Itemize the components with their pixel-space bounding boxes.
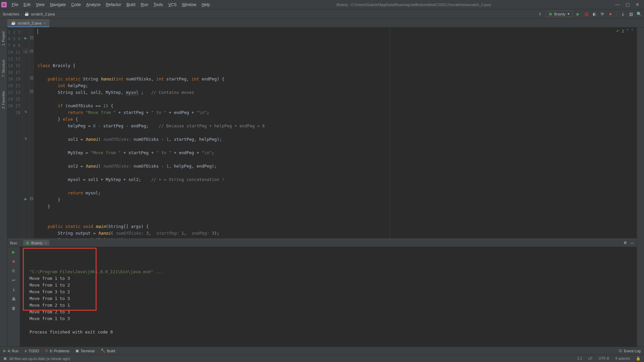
- menu-code[interactable]: Code: [69, 1, 83, 8]
- center-column: 1 2 3 4 5 6 7 8 9 10 11 12 13 14 15 16 1…: [7, 27, 637, 347]
- fold-toggle-icon[interactable]: −: [30, 76, 33, 79]
- stop-icon[interactable]: ■: [11, 258, 17, 264]
- tool-label: 6: Problems: [50, 349, 69, 353]
- menu-help[interactable]: Help: [199, 1, 212, 8]
- run-class-gutter-icon[interactable]: ▶: [23, 36, 28, 40]
- close-icon[interactable]: ✕: [636, 2, 639, 7]
- tool-label: Event Log: [624, 349, 641, 353]
- toolwindow-toggle-icon[interactable]: ▣: [3, 356, 7, 361]
- fold-column: −−−−−: [30, 27, 34, 239]
- tool-run[interactable]: ▶ 4: Run: [3, 349, 18, 353]
- editor[interactable]: 1 2 3 4 5 6 7 8 9 10 11 12 13 14 15 16 1…: [7, 27, 637, 239]
- git-update-icon[interactable]: ⤓: [621, 12, 625, 16]
- fold-toggle-icon[interactable]: −: [30, 197, 33, 200]
- breadcrumb-root[interactable]: Scratches: [3, 12, 19, 16]
- menu-vcs[interactable]: VCS: [166, 1, 179, 8]
- tool-label: Terminal: [80, 349, 95, 353]
- run-icon: ▶: [3, 349, 6, 353]
- tab-close-icon[interactable]: ×: [44, 21, 46, 25]
- chevron-down-icon: ▾: [568, 12, 570, 16]
- menu-file[interactable]: File: [9, 1, 20, 8]
- editor-tab[interactable]: ☕ scratch_2.java ×: [7, 19, 49, 27]
- menu-run[interactable]: Run: [139, 1, 151, 8]
- menu-tools[interactable]: Tools: [151, 1, 165, 8]
- eventlog-icon: 🗨: [619, 349, 622, 353]
- layout-icon[interactable]: ⎘: [11, 268, 17, 274]
- menu-refactor[interactable]: Refactor: [104, 1, 123, 8]
- run-tab-label: Brainly: [31, 241, 43, 245]
- profile-icon[interactable]: ⟳: [600, 12, 605, 16]
- tool-terminal[interactable]: ▣ Terminal: [75, 349, 95, 353]
- todo-icon: ≡: [24, 349, 26, 353]
- run-icon[interactable]: ▶: [576, 12, 581, 16]
- tab-close-icon[interactable]: ×: [45, 241, 47, 245]
- java-file-icon: ☕: [11, 21, 16, 25]
- run-config-name: Brainly: [554, 12, 566, 16]
- tool-eventlog[interactable]: 🗨 Event Log: [619, 349, 641, 353]
- tool-todo[interactable]: ≡ TODO: [24, 349, 39, 353]
- chevron-up-icon[interactable]: ˄: [627, 29, 629, 33]
- debug-icon[interactable]: 🐞: [584, 12, 589, 16]
- stop-icon[interactable]: ■: [608, 12, 613, 16]
- editor-inspection-widget[interactable]: ✔ 2 ˄ ˅: [616, 29, 633, 33]
- chevron-down-icon[interactable]: ˅: [631, 29, 633, 33]
- build-icon[interactable]: ⬇: [538, 12, 542, 16]
- clear-icon[interactable]: 🗑: [11, 305, 17, 311]
- print-icon[interactable]: 🖶: [11, 296, 17, 302]
- toolbar-actions: ⬇ ▣ Brainly ▾ ▶ 🐞 ◐ ⟳ ■ | ⤓ ▤ 🔍: [538, 11, 641, 17]
- tool-label: TODO: [29, 349, 39, 353]
- soft-wrap-icon[interactable]: ↩: [11, 277, 17, 283]
- indent[interactable]: 4 spaces: [615, 356, 630, 361]
- tool-tab-project[interactable]: 1: Project: [1, 29, 6, 48]
- console-output[interactable]: "C:\Program Files\Java\jdk1.8.0_111\bin\…: [20, 247, 637, 347]
- menu-window[interactable]: Window: [179, 1, 199, 8]
- app-icon: IJ: [1, 2, 7, 7]
- recursive-call-icon[interactable]: ↻: [23, 136, 28, 141]
- caret-position[interactable]: 1:1: [577, 356, 582, 361]
- menu-edit[interactable]: Edit: [21, 1, 33, 8]
- minimize-panel-icon[interactable]: —: [630, 241, 634, 245]
- problems-icon: ⊘: [45, 349, 48, 353]
- status-left: ▣ All files are up-to-date (a minute ago…: [3, 356, 70, 361]
- coverage-icon[interactable]: ◐: [592, 12, 597, 16]
- gear-icon[interactable]: ⚙: [624, 241, 627, 245]
- readonly-lock-icon[interactable]: 🔓: [636, 356, 641, 361]
- fold-toggle-icon[interactable]: −: [30, 90, 33, 93]
- breadcrumb: Scratches › ☕ scratch_2.java: [3, 12, 55, 16]
- run-main-gutter-icon[interactable]: ▶: [23, 196, 28, 201]
- tool-label: 4: Run: [8, 349, 18, 353]
- fold-toggle-icon[interactable]: −: [30, 36, 33, 39]
- bottom-tool-stripe: ▶ 4: Run ≡ TODO ⊘ 6: Problems ▣ Terminal…: [0, 347, 644, 355]
- tool-problems[interactable]: ⊘ 6: Problems: [45, 349, 69, 353]
- override-gutter-icon[interactable]: @: [23, 49, 28, 54]
- line-separator[interactable]: LF: [588, 356, 593, 361]
- minimize-icon[interactable]: —: [615, 2, 620, 7]
- recursive-call-icon[interactable]: ↻: [23, 109, 28, 114]
- code-area[interactable]: class Brainly { public static String han…: [34, 27, 637, 239]
- menu-navigate[interactable]: Navigate: [48, 1, 68, 8]
- breadcrumb-separator-icon: ›: [21, 12, 22, 16]
- console-line: Move from 2 to 3: [20, 309, 637, 315]
- maximize-icon[interactable]: ▢: [626, 2, 630, 7]
- tool-tab-structure[interactable]: 7: Structure: [1, 58, 6, 79]
- menu-build[interactable]: Build: [124, 1, 138, 8]
- scroll-end-icon[interactable]: ⤓: [11, 287, 17, 293]
- tool-label: Build: [107, 349, 115, 353]
- left-tool-stripe: 1: Project7: Structure2: Favorites: [0, 27, 7, 347]
- tool-tab-favorites[interactable]: 2: Favorites: [1, 89, 6, 111]
- fold-toggle-icon[interactable]: −: [30, 50, 33, 53]
- encoding[interactable]: UTF-8: [599, 356, 609, 361]
- run-config-selector[interactable]: ▣ Brainly ▾: [546, 11, 573, 17]
- run-tab[interactable]: ▣ Brainly ×: [23, 240, 49, 246]
- problem-count: 2: [622, 29, 624, 33]
- menu-analyze[interactable]: Analyze: [84, 1, 103, 8]
- rerun-icon[interactable]: ▶: [11, 249, 17, 255]
- run-config-icon: ▣: [26, 241, 29, 245]
- menu-view[interactable]: View: [34, 1, 47, 8]
- run-header: Run: ▣ Brainly × ⚙ —: [7, 239, 637, 247]
- structure-icon[interactable]: ▤: [629, 12, 633, 16]
- search-everywhere-icon[interactable]: 🔍: [637, 12, 641, 16]
- breadcrumb-file[interactable]: scratch_2.java: [31, 12, 55, 16]
- tool-build[interactable]: 🔨 Build: [101, 349, 115, 353]
- console-line: Process finished with exit code 0: [20, 329, 637, 336]
